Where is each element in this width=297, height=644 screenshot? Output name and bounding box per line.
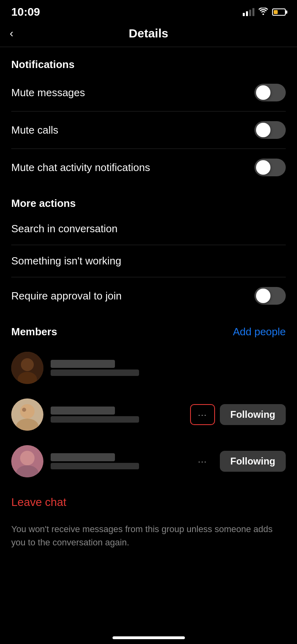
search-in-conversation-label: Search in conversation [11,223,117,235]
status-icons [243,8,286,17]
mute-chat-activity-label: Mute chat activity notifications [11,161,150,174]
following-button-1[interactable]: Following [220,404,286,425]
something-not-working-label: Something isn't working [11,255,121,267]
mute-messages-knob [256,85,270,100]
member-row-admin [0,345,297,391]
more-actions-title: More actions [11,197,286,210]
battery-icon [272,8,286,16]
notifications-section: Notifications Mute messages Mute calls M… [0,47,297,186]
mute-chat-activity-row: Mute chat activity notifications [11,149,286,186]
member-sub-1 [51,416,139,423]
svg-point-4 [20,404,35,419]
member-row-1: ··· Following [0,391,297,438]
status-time: 10:09 [11,6,40,19]
leave-chat-section: Leave chat [0,485,297,516]
footer-note-text: You won't receive messages from this gro… [11,524,272,547]
status-bar: 10:09 [0,0,297,22]
mute-calls-knob [256,123,270,137]
mute-messages-row: Mute messages [11,74,286,111]
member-avatar-2 [11,445,43,477]
members-section-title: Members [11,326,57,338]
something-not-working-row[interactable]: Something isn't working [11,245,286,277]
more-options-button-2[interactable]: ··· [190,451,215,472]
following-button-2[interactable]: Following [220,451,286,472]
mute-chat-activity-knob [256,160,270,175]
member-sub-2 [51,463,139,469]
member-info-1 [51,407,183,423]
mute-chat-activity-toggle[interactable] [254,159,286,176]
page-header: ‹ Details [0,22,297,47]
member-name-2 [51,453,115,461]
member-actions-2: ··· Following [190,451,286,472]
signal-icon [243,8,254,16]
member-info-2 [51,453,183,469]
leave-chat-button[interactable]: Leave chat [11,496,66,508]
member-name-admin [51,360,115,368]
more-options-button-1[interactable]: ··· [190,404,215,425]
svg-point-1 [21,358,34,371]
mute-messages-toggle[interactable] [254,84,286,101]
member-sub-admin [51,369,139,376]
member-info-admin [51,360,286,376]
member-avatar-1 [11,398,43,431]
notifications-section-title: Notifications [11,58,286,71]
require-approval-label: Require approval to join [11,290,122,302]
members-header: Members Add people [0,314,297,345]
require-approval-row: Require approval to join [11,277,286,314]
more-dots-icon-1: ··· [198,410,207,419]
mute-messages-label: Mute messages [11,87,85,99]
member-avatar-admin [11,352,43,384]
add-people-button[interactable]: Add people [233,326,286,338]
wifi-icon [258,8,268,17]
require-approval-toggle[interactable] [254,287,286,305]
footer-note-section: You won't receive messages from this gro… [0,516,297,565]
home-indicator [113,636,185,639]
back-button[interactable]: ‹ [10,28,13,39]
require-approval-knob [256,289,270,303]
more-actions-section: More actions Search in conversation Some… [0,186,297,314]
mute-calls-row: Mute calls [11,111,286,149]
page-title: Details [129,27,168,40]
member-actions-1: ··· Following [190,404,286,425]
mute-calls-toggle[interactable] [254,121,286,139]
svg-point-8 [20,451,35,465]
svg-point-6 [22,408,26,412]
search-in-conversation-row[interactable]: Search in conversation [11,213,286,245]
more-dots-icon-2: ··· [198,457,207,466]
member-name-1 [51,407,115,415]
mute-calls-label: Mute calls [11,124,58,136]
member-row-2: ··· Following [0,438,297,485]
